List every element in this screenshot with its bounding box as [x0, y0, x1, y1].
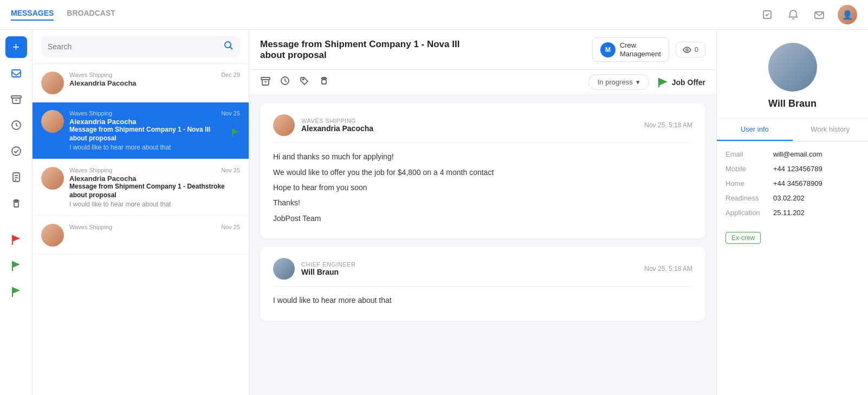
conv-content: Waves Shipping Nov 25: [69, 224, 240, 231]
message-area: Message from Shipment Company 1 - Nova I…: [249, 30, 716, 395]
svg-rect-11: [14, 202, 18, 207]
list-item[interactable]: Waves Shipping Dec 29 Alexandria Pacocha: [33, 64, 249, 102]
svg-rect-3: [11, 96, 21, 98]
main-layout: +: [0, 30, 868, 395]
svg-marker-16: [12, 287, 20, 294]
conv-content: Waves Shipping Dec 29 Alexandria Pacocha: [69, 72, 240, 87]
home-row: Home +44 345678909: [726, 179, 859, 187]
message-bubble: CHIEF ENGINEER Will Braun Nov 25, 5:18 A…: [260, 247, 705, 320]
mobile-label: Mobile: [726, 165, 769, 173]
message-toolbar: In progress ▾ Job Offer: [249, 70, 716, 95]
conv-name: Alexandria Pacocha: [69, 79, 240, 87]
list-item[interactable]: Waves Shipping Nov 25 Alexandria Pacocha…: [33, 159, 249, 216]
profile-avatar: [768, 43, 817, 92]
conv-content: Waves Shipping Nov 25 Alexandria Pacocha…: [69, 110, 240, 151]
flag-green1-icon[interactable]: [5, 255, 27, 277]
crew-label: Crew Management: [620, 41, 661, 58]
svg-rect-27: [322, 80, 326, 84]
svg-point-6: [12, 147, 21, 156]
archive-icon[interactable]: [5, 88, 27, 110]
home-label: Home: [726, 179, 769, 187]
tab-work-history[interactable]: Work history: [793, 119, 869, 141]
conv-date: Nov 25: [221, 110, 240, 116]
home-value: +44 345678909: [773, 179, 822, 187]
eye-chip[interactable]: 0: [676, 42, 705, 57]
message-time: Nov 25, 5:18 AM: [644, 121, 692, 129]
tab-broadcast[interactable]: BROADCAST: [67, 9, 115, 21]
sidebar-icons: +: [0, 30, 33, 395]
readiness-value: 03.02.202: [773, 194, 805, 202]
svg-marker-28: [659, 78, 668, 86]
message-header: Message from Shipment Company 1 - Nova I…: [249, 30, 716, 70]
tab-messages[interactable]: MESSAGES: [11, 9, 54, 21]
conv-company: Waves Shipping: [69, 72, 112, 78]
conv-preview: I would like to hear more about that: [69, 144, 240, 151]
mail-icon-nav[interactable]: [812, 7, 827, 22]
conv-name: Alexandria Pacocha: [69, 118, 240, 126]
clock-toolbar-icon[interactable]: [280, 75, 290, 89]
conv-date: Nov 25: [221, 224, 240, 230]
checkmark-icon[interactable]: [5, 140, 27, 162]
archive-toolbar-icon[interactable]: [260, 75, 271, 89]
clock-icon[interactable]: [5, 114, 27, 136]
inbox-icon[interactable]: [5, 62, 27, 84]
conversation-list: Waves Shipping Dec 29 Alexandria Pacocha…: [33, 30, 249, 395]
message-header-right: M Crew Management 0: [592, 37, 705, 62]
readiness-label: Readiness: [726, 194, 769, 202]
message-bubble: WAVES SHIPPING Alexandria Pacocha Nov 25…: [260, 103, 705, 238]
job-offer-label: Job Offer: [672, 78, 705, 87]
sender-company: CHIEF ENGINEER: [301, 261, 638, 268]
message-text: I would like to hear more about that: [273, 294, 692, 306]
document-icon[interactable]: [5, 166, 27, 188]
flag-green2-icon[interactable]: [5, 281, 27, 303]
trash-toolbar-icon[interactable]: [319, 75, 329, 89]
eye-count: 0: [695, 46, 698, 54]
avatar: [41, 167, 64, 190]
avatar: [41, 72, 64, 94]
tag-toolbar-icon[interactable]: [299, 75, 310, 89]
search-icon: [224, 41, 234, 53]
readiness-row: Readiness 03.02.202: [726, 194, 859, 202]
conv-date: Nov 25: [221, 167, 240, 173]
flag-red-icon[interactable]: [5, 229, 27, 251]
message-title: Message from Shipment Company 1 - Nova I…: [260, 39, 477, 61]
status-label: In progress: [598, 78, 633, 86]
application-row: Application 25.11.202: [726, 209, 859, 217]
conv-date: Dec 29: [221, 72, 240, 78]
sender-name: Will Braun: [301, 268, 638, 276]
svg-marker-14: [12, 261, 20, 268]
user-avatar-nav[interactable]: 👤: [838, 5, 857, 24]
avatar: [41, 224, 64, 247]
search-bar: [33, 30, 249, 64]
message-time: Nov 25, 5:18 AM: [644, 265, 692, 273]
sender-company: WAVES SHIPPING: [301, 118, 638, 124]
mobile-row: Mobile +44 123456789: [726, 165, 859, 173]
bell-icon-nav[interactable]: [786, 7, 801, 22]
tab-user-info[interactable]: User info: [717, 119, 793, 141]
conv-name: Alexandria Pacocha: [69, 174, 240, 183]
add-button[interactable]: +: [5, 36, 27, 58]
status-button[interactable]: In progress ▾: [588, 74, 649, 90]
svg-line-19: [230, 47, 233, 50]
crew-chip[interactable]: M Crew Management: [592, 37, 669, 62]
list-item[interactable]: Waves Shipping Nov 25: [33, 216, 249, 255]
svg-point-18: [225, 42, 231, 48]
right-panel: Will Braun User info Work history Email …: [716, 30, 868, 395]
sender-name: Alexandria Pacocha: [301, 124, 638, 133]
mobile-value: +44 123456789: [773, 165, 822, 173]
svg-marker-12: [12, 235, 20, 242]
profile-section: Will Braun: [717, 30, 868, 119]
email-row: Email will@email.com: [726, 150, 859, 158]
application-label: Application: [726, 209, 769, 217]
list-item[interactable]: Waves Shipping Nov 25 Alexandria Pacocha…: [33, 102, 249, 159]
check-icon-nav[interactable]: [760, 7, 775, 22]
trash-icon[interactable]: [5, 192, 27, 214]
email-label: Email: [726, 150, 769, 158]
sender-avatar: [273, 114, 295, 136]
bubble-meta: CHIEF ENGINEER Will Braun: [301, 261, 638, 276]
search-input[interactable]: [48, 42, 219, 51]
job-offer-button[interactable]: Job Offer: [658, 77, 705, 88]
svg-point-26: [302, 79, 303, 80]
svg-rect-23: [261, 77, 270, 80]
search-input-wrap[interactable]: [41, 36, 240, 57]
